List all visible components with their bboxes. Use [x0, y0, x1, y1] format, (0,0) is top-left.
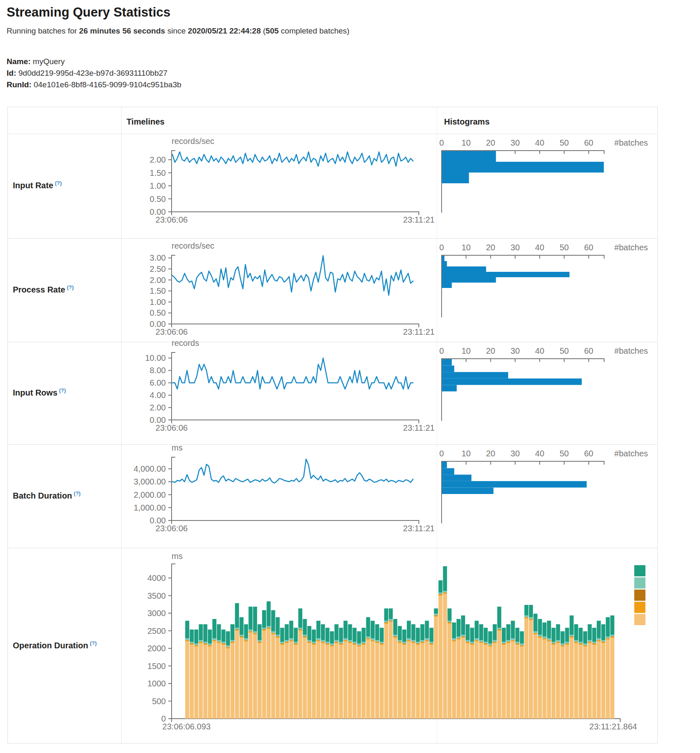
- input-rows-label: Input Rows: [13, 388, 57, 397]
- stats-table: Timelines Histograms Input Rate(?) Proce…: [7, 107, 658, 743]
- row-divider: [8, 238, 657, 239]
- query-name-row: Name: myQuery: [7, 57, 65, 66]
- operation-duration-label: Operation Duration: [13, 641, 88, 650]
- name-value: myQuery: [33, 57, 65, 66]
- row-divider: [8, 444, 657, 445]
- page-title: Streaming Query Statistics: [7, 5, 170, 20]
- timelines-column-header: Timelines: [127, 117, 165, 127]
- row-label-operation-duration: Operation Duration(?): [13, 640, 97, 650]
- running-batches-summary: Running batches for 26 minutes 56 second…: [7, 26, 349, 36]
- id-label: Id:: [7, 69, 16, 77]
- running-prefix: Running batches for: [7, 26, 79, 35]
- paren-close: completed batches): [279, 26, 349, 35]
- start-time: 2020/05/21 22:44:28: [188, 26, 260, 35]
- help-icon[interactable]: (?): [67, 284, 74, 290]
- name-label: Name:: [7, 57, 31, 66]
- help-icon[interactable]: (?): [59, 387, 66, 393]
- query-id-row: Id: 9d0dd219-995d-423e-b97d-36931110bb27: [7, 69, 167, 78]
- help-icon[interactable]: (?): [74, 490, 81, 496]
- input-rate-label: Input Rate: [13, 181, 53, 190]
- column-divider: [121, 107, 122, 743]
- completed-batches-count: 505: [265, 26, 279, 35]
- id-value: 9d0dd219-995d-423e-b97d-36931110bb27: [19, 69, 168, 77]
- row-divider: [8, 342, 657, 342]
- since-text: since: [165, 26, 188, 35]
- process-rate-label: Process Rate: [13, 285, 65, 294]
- row-label-input-rows: Input Rows(?): [13, 387, 66, 398]
- streaming-query-statistics-page: Streaming Query Statistics Running batch…: [0, 0, 700, 753]
- row-divider: [8, 548, 657, 548]
- paren-open: (: [261, 26, 266, 35]
- query-runid-row: RunId: 04e101e6-8bf8-4165-9099-9104c951b…: [7, 80, 182, 89]
- column-divider: [437, 107, 437, 743]
- help-icon[interactable]: (?): [55, 180, 62, 186]
- histograms-column-header: Histograms: [444, 117, 490, 127]
- runid-label: RunId:: [7, 80, 31, 89]
- row-label-process-rate: Process Rate(?): [13, 284, 74, 295]
- row-divider: [8, 134, 657, 134]
- row-label-input-rate: Input Rate(?): [13, 180, 62, 190]
- batch-duration-label: Batch Duration: [13, 491, 72, 500]
- help-icon[interactable]: (?): [90, 640, 97, 646]
- running-duration: 26 minutes 56 seconds: [79, 26, 165, 35]
- runid-value: 04e101e6-8bf8-4165-9099-9104c951ba3b: [33, 80, 181, 89]
- row-label-batch-duration: Batch Duration(?): [13, 490, 81, 501]
